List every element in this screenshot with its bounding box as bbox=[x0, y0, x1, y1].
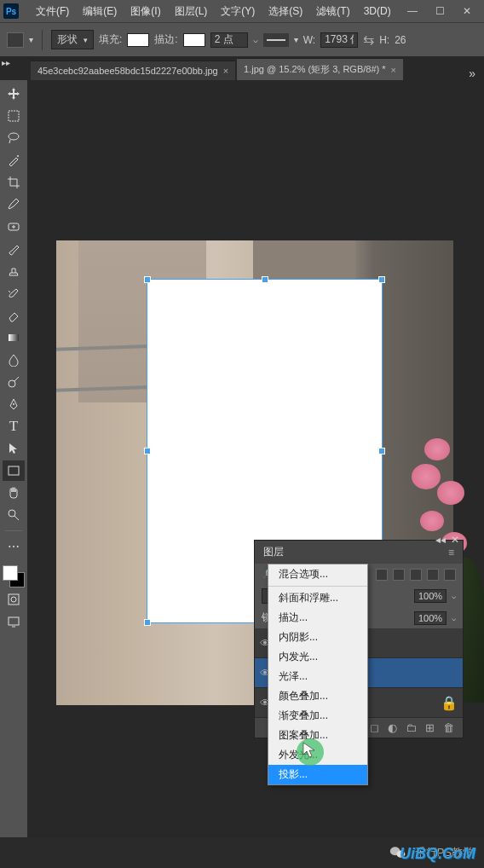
group-icon[interactable]: 🗀 bbox=[406, 721, 417, 734]
menu-type[interactable]: 文字(Y) bbox=[214, 1, 262, 22]
transform-handle[interactable] bbox=[378, 276, 385, 283]
gradient-tool[interactable] bbox=[3, 327, 25, 348]
minimize-button[interactable]: — bbox=[406, 5, 419, 17]
transform-handle[interactable] bbox=[262, 276, 268, 283]
adjustment-layer-icon[interactable]: ◐ bbox=[388, 721, 397, 734]
transform-handle[interactable] bbox=[144, 276, 151, 283]
document-tab-active[interactable]: 1.jpg @ 15.2% (矩形 3, RGB/8#) * × bbox=[237, 58, 403, 80]
edit-toolbar-icon[interactable]: ⋯ bbox=[3, 536, 25, 557]
lock-icon: 🔒 bbox=[441, 695, 458, 711]
fx-drop-shadow[interactable]: 投影... bbox=[268, 765, 367, 784]
transform-handle[interactable] bbox=[144, 448, 151, 454]
marquee-tool[interactable] bbox=[3, 106, 25, 126]
cursor-icon bbox=[302, 742, 316, 762]
new-layer-icon[interactable]: ⊞ bbox=[425, 721, 435, 734]
fx-satin[interactable]: 光泽... bbox=[268, 667, 367, 686]
fill-label: 填充: bbox=[99, 32, 122, 47]
dodge-tool[interactable] bbox=[3, 372, 25, 392]
blur-tool[interactable] bbox=[3, 350, 25, 370]
lasso-tool[interactable] bbox=[3, 128, 25, 148]
menu-layer[interactable]: 图层(L) bbox=[168, 1, 215, 22]
panel-close-icon[interactable]: ✕ bbox=[451, 534, 459, 546]
fx-gradient-overlay[interactable]: 渐变叠加... bbox=[268, 706, 367, 726]
layers-panel-tab[interactable]: 图层 ≡ bbox=[255, 541, 463, 564]
options-bar: ▾ 形状▾ 填充: 描边: ⌵ ▾ W: ⇆ H: 26 bbox=[0, 22, 484, 56]
type-tool[interactable]: T bbox=[3, 416, 25, 437]
fill-swatch[interactable] bbox=[127, 33, 149, 47]
svg-rect-7 bbox=[9, 466, 19, 475]
panel-collapse-icon[interactable]: ◂◂ bbox=[435, 534, 446, 546]
close-button[interactable]: ✕ bbox=[460, 5, 474, 17]
stroke-style-dropdown[interactable] bbox=[263, 33, 289, 47]
tool-palette: T ⋯ bbox=[0, 80, 27, 837]
h-label: H: bbox=[379, 34, 389, 46]
app-logo-text: Ps bbox=[6, 7, 16, 16]
tab-close-icon[interactable]: × bbox=[223, 66, 228, 76]
svg-point-10 bbox=[11, 597, 16, 602]
shape-mode-dropdown[interactable]: 形状▾ bbox=[51, 30, 94, 49]
stroke-label: 描边: bbox=[154, 32, 177, 47]
quickmask-tool[interactable] bbox=[3, 589, 25, 610]
fx-inner-glow[interactable]: 内发光... bbox=[268, 647, 367, 667]
eraser-tool[interactable] bbox=[3, 305, 25, 326]
menu-edit[interactable]: 编辑(E) bbox=[76, 1, 124, 22]
rectangle-tool[interactable] bbox=[3, 460, 25, 481]
fx-stroke[interactable]: 描边... bbox=[268, 608, 367, 628]
panel-menu-icon[interactable]: ≡ bbox=[448, 547, 454, 558]
fill-opacity-input[interactable] bbox=[414, 611, 447, 625]
delete-layer-icon[interactable]: 🗑 bbox=[443, 721, 454, 734]
svg-rect-0 bbox=[9, 111, 19, 121]
maximize-button[interactable]: ☐ bbox=[433, 5, 447, 17]
filter-smart-icon[interactable] bbox=[444, 569, 456, 581]
zoom-tool[interactable] bbox=[3, 505, 25, 525]
filter-pixel-icon[interactable] bbox=[376, 569, 388, 581]
layer-mask-icon[interactable]: ◻ bbox=[370, 721, 379, 734]
tab-overflow-icon[interactable]: » bbox=[460, 67, 484, 80]
menu-select[interactable]: 选择(S) bbox=[262, 1, 309, 22]
width-input[interactable] bbox=[320, 32, 358, 48]
toolbar-collapse-icon[interactable]: ▸▸ bbox=[2, 58, 10, 67]
tool-preset-icon[interactable] bbox=[7, 32, 24, 48]
stroke-swatch[interactable] bbox=[183, 33, 205, 47]
pen-tool[interactable] bbox=[3, 394, 25, 414]
hand-tool[interactable] bbox=[3, 483, 25, 503]
link-wh-icon[interactable]: ⇆ bbox=[363, 32, 374, 48]
menu-bar: Ps 文件(F) 编辑(E) 图像(I) 图层(L) 文字(Y) 选择(S) 滤… bbox=[0, 0, 484, 22]
menu-3d[interactable]: 3D(D) bbox=[357, 2, 398, 20]
document-tab[interactable]: 45e3cebc92aabee58bdc15d2227e00bb.jpg × bbox=[31, 61, 235, 80]
filter-type-icon[interactable] bbox=[410, 569, 422, 581]
document-tabs: 45e3cebc92aabee58bdc15d2227e00bb.jpg × 1… bbox=[0, 56, 484, 80]
app-logo: Ps bbox=[3, 3, 19, 19]
clone-stamp-tool[interactable] bbox=[3, 261, 25, 281]
path-select-tool[interactable] bbox=[3, 438, 25, 459]
move-tool[interactable] bbox=[3, 84, 25, 104]
tab-close-icon[interactable]: × bbox=[391, 65, 396, 75]
filter-adjust-icon[interactable] bbox=[393, 569, 405, 581]
svg-point-8 bbox=[9, 510, 15, 517]
svg-point-1 bbox=[9, 133, 19, 140]
magic-wand-tool[interactable] bbox=[3, 150, 25, 171]
screenmode-tool[interactable] bbox=[3, 611, 25, 632]
fx-blending-options[interactable]: 混合选项... bbox=[268, 564, 367, 584]
stroke-width-input[interactable] bbox=[210, 32, 248, 48]
foreground-color[interactable] bbox=[3, 565, 18, 581]
filter-shape-icon[interactable] bbox=[427, 569, 439, 581]
crop-tool[interactable] bbox=[3, 172, 25, 193]
svg-point-5 bbox=[9, 380, 15, 387]
fx-bevel-emboss[interactable]: 斜面和浮雕... bbox=[268, 588, 367, 608]
color-swatches[interactable] bbox=[3, 565, 25, 587]
fx-color-overlay[interactable]: 颜色叠加... bbox=[268, 686, 367, 706]
healing-tool[interactable] bbox=[3, 217, 25, 237]
brush-tool[interactable] bbox=[3, 239, 25, 259]
transform-handle[interactable] bbox=[378, 448, 385, 454]
svg-rect-4 bbox=[9, 334, 19, 341]
menu-filter[interactable]: 滤镜(T) bbox=[309, 1, 356, 22]
menu-file[interactable]: 文件(F) bbox=[29, 1, 76, 22]
history-brush-tool[interactable] bbox=[3, 283, 25, 304]
eyedropper-tool[interactable] bbox=[3, 194, 25, 215]
menu-image[interactable]: 图像(I) bbox=[124, 1, 167, 22]
fx-inner-shadow[interactable]: 内阴影... bbox=[268, 628, 367, 647]
transform-handle[interactable] bbox=[144, 619, 151, 626]
opacity-input[interactable] bbox=[414, 589, 447, 603]
watermark-text: UiBQ.CoM bbox=[400, 845, 475, 863]
